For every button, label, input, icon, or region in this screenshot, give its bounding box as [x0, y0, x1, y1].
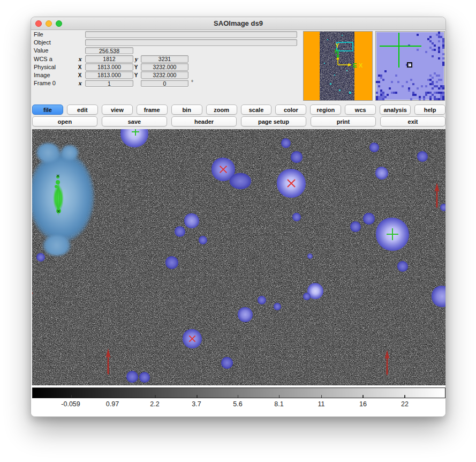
- colorbar-tick-label: 8.1: [274, 400, 283, 408]
- star: [238, 307, 253, 322]
- menu-button-wcs[interactable]: wcs: [345, 105, 376, 115]
- info-field-frame-0-2[interactable]: 0: [141, 80, 188, 87]
- colorbar-tick: [155, 395, 156, 398]
- star: [440, 204, 445, 211]
- ds9-window: SAOImage ds9 FileObjectValue256.538WCS a…: [31, 17, 446, 417]
- menu-button-region[interactable]: region: [310, 105, 341, 115]
- info-label: Frame 0: [34, 80, 56, 86]
- galaxy-halo: [32, 147, 101, 252]
- magnifier-noise-pixel: [384, 70, 387, 72]
- colorbar-tick: [71, 395, 72, 398]
- pan-view: Y N E X: [304, 32, 372, 100]
- magnifier-noise-pixel: [442, 57, 444, 59]
- menu-button-scale[interactable]: scale: [241, 105, 272, 115]
- star: [363, 213, 375, 225]
- star: [292, 213, 301, 221]
- magnifier-noise-pixel: [434, 49, 436, 51]
- colorbar-tick: [362, 395, 364, 398]
- magnifier-thumbnail[interactable]: [375, 31, 445, 101]
- menu-row-primary: fileeditviewframebinzoomscalecolorregion…: [32, 105, 445, 115]
- menu-button-zoom[interactable]: zoom: [206, 105, 237, 115]
- colorbar[interactable]: [32, 388, 445, 398]
- magnifier-noise-pixel: [417, 49, 419, 51]
- star: [291, 151, 303, 163]
- magnifier-noise-pixel: [410, 79, 412, 81]
- menu-button-help[interactable]: help: [414, 105, 445, 115]
- magnifier-noise-pixel: [395, 92, 397, 94]
- magnifier-noise-pixel: [402, 85, 404, 87]
- magnifier-noise-pixel: [432, 77, 434, 79]
- pan-north-label: N: [335, 48, 339, 55]
- colorbar-tick: [197, 395, 198, 398]
- red-arrow-marker: [434, 183, 440, 211]
- colorbar-tick-label: 0.97: [106, 400, 119, 408]
- info-label: Physical: [34, 64, 56, 70]
- star: [307, 254, 313, 259]
- magnifier-noise-pixel: [406, 81, 408, 83]
- galaxy-x-marker: ✕: [56, 174, 60, 178]
- magnifier-noise-pixel: [382, 98, 384, 100]
- magnifier-noise-pixel: [417, 34, 419, 36]
- colorbar-tick-label: 16: [359, 400, 367, 408]
- star: [274, 303, 281, 310]
- info-row: Frame 0x10°: [31, 79, 301, 87]
- menu-button-color[interactable]: color: [275, 105, 306, 115]
- image-canvas[interactable]: ✕ ✕: [32, 129, 445, 385]
- galaxy-core-dot: [55, 185, 58, 188]
- info-field-image-1[interactable]: 1813.000: [85, 71, 133, 79]
- magnifier-noise-pixel: [436, 81, 438, 83]
- info-field-image-2[interactable]: 3232.000: [141, 71, 188, 79]
- magnifier-noise-pixel: [432, 87, 434, 90]
- magnifier-noise-pixel: [442, 53, 444, 55]
- info-row: File: [31, 31, 301, 39]
- axis-sublabel: Y: [133, 72, 139, 78]
- star: [36, 253, 45, 262]
- pan-east-label: E: [353, 62, 357, 69]
- magnifier-noise-pixel: [412, 83, 414, 85]
- galaxy-lobe: [36, 143, 60, 162]
- magnifier-noise-pixel: [387, 94, 389, 96]
- menu-button-bin[interactable]: bin: [171, 105, 202, 115]
- menu-button-exit[interactable]: exit: [380, 116, 445, 126]
- star: [417, 151, 428, 162]
- pan-thumbnail[interactable]: Y N E X: [303, 31, 373, 101]
- info-field-file[interactable]: [85, 31, 297, 39]
- menu-button-analysis[interactable]: analysis: [380, 105, 411, 115]
- magnifier-noise-pixel: [410, 98, 412, 100]
- info-field-physical-2[interactable]: 3232.000: [141, 63, 188, 71]
- info-field-wcs-a-1[interactable]: 1812: [85, 55, 133, 63]
- magnifier-noise-pixel: [434, 44, 436, 47]
- menu-button-edit[interactable]: edit: [67, 105, 98, 115]
- menu-button-save[interactable]: save: [102, 116, 167, 126]
- menu-button-view[interactable]: view: [102, 105, 133, 115]
- colorbar-tick-label: 22: [401, 400, 409, 408]
- red-x-marker: [286, 178, 297, 189]
- red-arrow-marker: [384, 350, 390, 378]
- info-row: Value256.538: [31, 47, 301, 55]
- galaxy-x-marker: ✕: [57, 210, 61, 214]
- star: [397, 261, 408, 272]
- star: [281, 138, 291, 148]
- colorbar-tick: [113, 395, 114, 398]
- star: [369, 143, 379, 152]
- menu-button-file[interactable]: file: [32, 105, 63, 115]
- info-field-value-1[interactable]: 256.538: [85, 47, 133, 55]
- info-field-physical-1[interactable]: 1813.000: [85, 63, 133, 71]
- magnifier-noise-pixel: [429, 36, 432, 38]
- star: [126, 371, 138, 383]
- star: [199, 236, 207, 244]
- info-field-object[interactable]: [85, 39, 297, 47]
- info-field-wcs-a-2[interactable]: 3231: [141, 55, 188, 63]
- menu-button-frame[interactable]: frame: [137, 105, 168, 115]
- menu-button-header[interactable]: header: [171, 116, 237, 126]
- info-field-frame-0-1[interactable]: 1: [85, 80, 133, 87]
- colorbar-tick: [321, 395, 322, 398]
- menu-button-open[interactable]: open: [32, 116, 97, 126]
- star: [258, 296, 266, 304]
- star: [350, 221, 361, 232]
- colorbar-area: -0.0590.972.23.75.68.1111622: [31, 385, 445, 417]
- menu-button-print[interactable]: print: [311, 116, 376, 126]
- menu-button-page-setup[interactable]: page setup: [241, 116, 306, 126]
- galaxy-lobe: [61, 145, 78, 160]
- green-cross-marker: [132, 129, 139, 136]
